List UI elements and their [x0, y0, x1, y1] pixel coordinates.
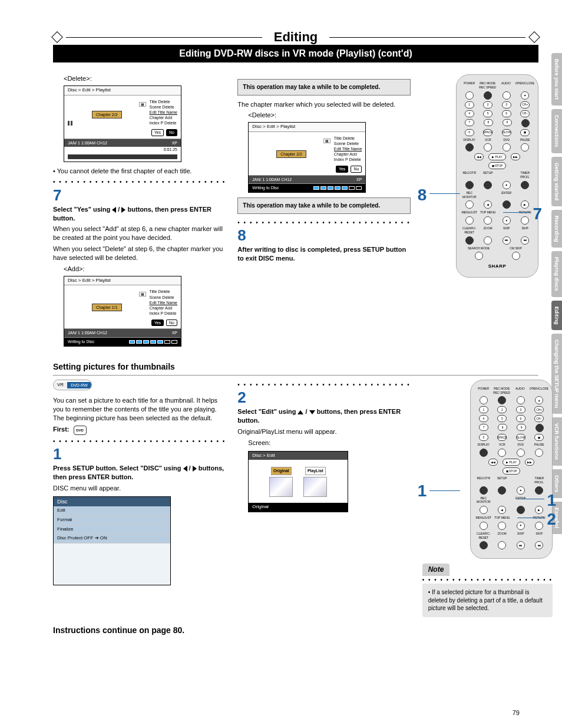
chapter-badge: Chapter 2/2 — [276, 150, 306, 158]
col-middle: This operation may take a while to be co… — [237, 74, 410, 351]
setup-button-2 — [498, 486, 506, 495]
page-root: Before you start Connections Getting sta… — [0, 0, 562, 728]
writing-label: Writing to Disc — [252, 185, 279, 191]
left-arrow-icon — [183, 466, 187, 472]
dvd-remote-icon: DVD — [74, 426, 87, 435]
no-chip: No — [166, 129, 177, 136]
edit-menu-screen: Disc > Edit Original PlayList Original — [248, 451, 348, 512]
callout-line — [517, 518, 544, 518]
col-right: 8 7 POWERREC MODEREC SPEEDAUDIOOPEN/CLOS… — [422, 74, 538, 351]
thumbnail-image — [303, 477, 327, 497]
side-tab[interactable]: Getting started — [551, 157, 562, 206]
step-7-add-text: When you select "Add" at step 6, a new c… — [53, 225, 226, 242]
footer-datetime: JAN/ 1 1:00AM CH12 — [68, 330, 107, 335]
enter-button — [503, 200, 511, 209]
callout-line — [429, 193, 460, 194]
callout-2-right: 2 — [547, 508, 556, 531]
power-button — [465, 91, 474, 100]
callout-line — [503, 212, 530, 213]
callout-7: 7 — [533, 203, 542, 225]
side-tab-active[interactable]: Editing — [551, 301, 562, 331]
disc-menu-item: Finalize — [54, 525, 170, 535]
footer-timecode: 0:01:25 — [64, 147, 181, 153]
setup-button — [484, 181, 492, 189]
stop-button: ◼ STOP — [488, 162, 506, 169]
disc-menu-item: Edit — [54, 506, 170, 516]
footer-datetime: JAN/ 1 1:00AM CH12 — [252, 177, 292, 182]
side-tab[interactable]: VCR functions — [551, 417, 562, 466]
first-label: First: DVD — [53, 425, 226, 435]
thumb-original: Original — [267, 466, 295, 496]
rec-mode-button — [484, 91, 492, 100]
page-title: Editing — [262, 29, 330, 45]
delete-label: <Delete>: — [248, 111, 410, 120]
add-label: <Add>: — [64, 265, 226, 274]
note-body: • If a selected picture for a thumbnail … — [422, 584, 553, 617]
diamond-icon — [528, 31, 540, 43]
chapter-badge: Chapter 1/1 — [92, 304, 122, 311]
divider-dots: • • • • • • • • • • • • • • • • • • • • … — [422, 576, 553, 584]
step-number-1: 1 — [53, 446, 226, 462]
screen-add: Disc > Edit > Playlist ▦ Chapter 1/1 Tit… — [64, 276, 181, 347]
note-box: Note • • • • • • • • • • • • • • • • • •… — [422, 564, 553, 617]
step-1-instruction: Press SETUP button. Select "DISC" using … — [53, 464, 226, 482]
screen-delete-before: Disc > Edit > Playlist ▦ Chapter 2/2 Tit… — [64, 85, 181, 163]
rew-button: ◀◀ — [474, 153, 484, 160]
right-button: ▶ — [521, 200, 529, 209]
thumbnails-intro: You can set a picture to each title for … — [53, 396, 226, 423]
left-arrow-icon — [112, 207, 116, 213]
divider-dots: • • • • • • • • • • • • • • • • • • • • … — [53, 178, 226, 186]
side-tab[interactable]: Recording — [551, 210, 562, 248]
side-tab[interactable]: Changing the SETUP menu — [551, 334, 562, 414]
subtitle-bar: Editing DVD-RW discs in VR mode (Playlis… — [53, 45, 538, 62]
callout-1-left: 1 — [418, 480, 427, 502]
step-8-instruction: After writing to disc is completed, pres… — [237, 245, 410, 263]
step-2-result: Original/PlayList menu will appear. — [237, 427, 410, 436]
page-number: 79 — [513, 709, 520, 716]
no-chip: No — [351, 166, 362, 172]
writing-label: Writing to Disc — [68, 339, 94, 345]
progress-cells — [313, 185, 362, 191]
col-middle-2: • • • • • • • • • • • • • • • • • • • • … — [237, 380, 410, 617]
screen-breadcrumb: Disc > Edit > Playlist — [64, 86, 181, 95]
up-arrow-icon — [297, 410, 303, 414]
callout-8: 8 — [418, 184, 427, 206]
continue-line: Instructions continue on page 80. — [53, 625, 538, 635]
screen-label: Screen: — [248, 439, 410, 447]
notice-box: This operation may take a while to be co… — [237, 197, 410, 214]
disc-menu-item: Format — [54, 516, 170, 525]
down-button: ▼ — [503, 216, 511, 225]
screen-delete-after: Disc > Edit > Playlist ▦ Chapter 2/2 Tit… — [248, 122, 366, 193]
note-label: Note — [422, 564, 450, 575]
edit-footer: Original — [249, 503, 348, 512]
thumb-icon: ▦ — [323, 139, 330, 143]
thumb-icon: ▦ — [139, 292, 146, 297]
right-arrow-icon — [193, 466, 197, 472]
audio-button — [503, 91, 511, 100]
remote-control-diagram: POWERREC MODEREC SPEEDAUDIOOPEN/CLOSE ▲ … — [456, 74, 538, 278]
step-2-instruction: Select "Edit" using / buttons, then pres… — [237, 407, 410, 425]
osd-menu: Title Delete Scene Delete Edit Title Nam… — [150, 99, 177, 126]
enter-button-2 — [517, 506, 525, 514]
callout-line — [429, 490, 460, 491]
title-banner: Editing — [53, 29, 538, 45]
yes-chip: Yes — [151, 129, 164, 136]
divider-dots: • • • • • • • • • • • • • • • • • • • • … — [53, 437, 226, 446]
chapter-delete-result: The chapter marker which you selected wi… — [237, 100, 410, 109]
remote-control-diagram-2: POWERREC MODEREC SPEEDAUDIOOPEN/CLOSE ▲ … — [470, 380, 553, 559]
divider-dots: • • • • • • • • • • • • • • • • • • • • … — [237, 219, 410, 227]
diamond-icon — [51, 31, 63, 43]
side-tab[interactable]: Connections — [551, 109, 562, 153]
col-right-2: 1 1 2 POWERREC MODEREC SPEEDAUDIOOPEN/CL… — [422, 380, 553, 617]
osd-menu: Title Delete Scene Delete Edit Title Nam… — [334, 136, 362, 162]
notice-box: This operation may take a while to be co… — [237, 79, 410, 95]
step-1-result: DISC menu will appear. — [53, 484, 226, 493]
side-tab[interactable]: Playing discs — [551, 251, 562, 297]
side-tab[interactable]: Before you start — [551, 53, 562, 106]
step-7-delete-text: When you select "Delete" at step 6, the … — [53, 245, 226, 262]
no-chip: No — [166, 319, 177, 326]
footer-mode: XP — [172, 330, 177, 335]
disc-menu-item: Disc Protect OFF ➔ ON — [54, 534, 170, 543]
disc-menu-head: Disc — [54, 497, 170, 506]
play-button: ▶ PLAY — [488, 153, 506, 160]
